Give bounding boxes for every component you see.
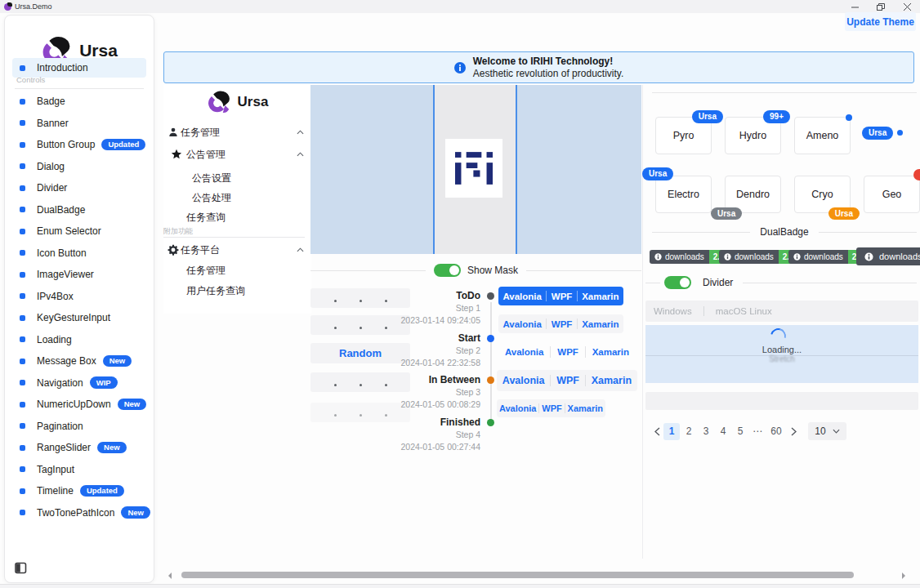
sidebar-item-keygestureinput[interactable]: KeyGestureInput: [12, 308, 146, 327]
scroll-left-icon[interactable]: [165, 572, 172, 579]
page-1[interactable]: 1: [663, 423, 680, 440]
standalone-ursa-badge: Ursa: [862, 127, 893, 140]
dualbadge-divider: DualBadge: [652, 226, 917, 238]
sidebar-collapse-button[interactable]: [15, 562, 27, 574]
status-badge: WIP: [90, 376, 118, 389]
menu-item-task-platform[interactable]: 任务平台: [163, 240, 311, 260]
sidebar-item-taginput[interactable]: TagInput: [12, 460, 146, 479]
scroll-right-icon[interactable]: [902, 572, 909, 579]
sidebar-item-twotonepathicon[interactable]: TwoTonePathIconNew: [12, 503, 146, 523]
wpf-button[interactable]: WPF: [552, 319, 573, 329]
bullet-icon: [20, 142, 25, 148]
sidebar-item-rangeslider[interactable]: RangeSliderNew: [12, 438, 146, 457]
minimize-button[interactable]: [842, 0, 868, 13]
sidebar-item-banner[interactable]: Banner: [12, 114, 146, 133]
window-bottom-edge: [0, 584, 920, 588]
status-badge: Updated: [101, 139, 145, 151]
avalonia-button[interactable]: Avalonia: [505, 347, 544, 357]
timeline-entry: Start Step 2 2024-01-04 22:32:58: [377, 332, 480, 368]
sidebar-item-dualbadge[interactable]: DualBadge: [12, 200, 146, 220]
count-badge: 99+: [763, 110, 790, 123]
menu-item-announcement-processing[interactable]: 公告处理: [192, 188, 231, 207]
badge-card-dendro: Dendro Ursa: [725, 176, 781, 213]
timeline-entry: Finished Step 4 2024-01-05 00:27:44: [377, 416, 480, 452]
sidebar-item-badge[interactable]: Badge: [12, 91, 146, 111]
xamarin-button[interactable]: Xamarin: [592, 347, 629, 357]
masked-content-text: Stretch: [645, 354, 918, 363]
viewer-guide-line: [516, 85, 517, 254]
menu-item-task-management-child[interactable]: 任务管理: [186, 261, 226, 280]
sidebar-item-imageviewer[interactable]: ImageViewer: [12, 265, 146, 284]
status-badge: New: [121, 506, 150, 519]
status-badge: Updated: [80, 485, 124, 497]
scrollbar-thumb[interactable]: [181, 572, 854, 578]
page-2[interactable]: 2: [681, 423, 697, 440]
avalonia-button[interactable]: Avalonia: [502, 292, 542, 301]
dualbadge-header: DualBadge: [760, 226, 808, 238]
wpf-button[interactable]: WPF: [556, 375, 579, 386]
divider-demo-row: Divider: [645, 276, 917, 289]
xamarin-button[interactable]: Xamarin: [568, 403, 603, 413]
avalonia-button[interactable]: Avalonia: [499, 403, 536, 413]
divider-toggle[interactable]: [664, 276, 691, 289]
page-3[interactable]: 3: [698, 423, 714, 440]
show-mask-toggle[interactable]: [434, 264, 461, 277]
sidebar-item-numericupdown[interactable]: NumericUpDownNew: [12, 394, 146, 414]
page-more[interactable]: ⋯: [749, 423, 766, 440]
sidebar-item-message-box[interactable]: Message BoxNew: [12, 351, 146, 371]
sidebar-item-pagination[interactable]: Pagination: [12, 416, 146, 436]
sidebar-item-ipv4box[interactable]: IPv4Box: [12, 287, 146, 306]
xamarin-button[interactable]: Xamarin: [582, 319, 619, 329]
page-5[interactable]: 5: [732, 423, 748, 440]
content-placeholder-bar: [645, 392, 918, 410]
menu-item-announcement-settings[interactable]: 公告设置: [192, 168, 231, 188]
close-button[interactable]: [894, 0, 920, 13]
image-viewer[interactable]: [310, 85, 641, 254]
page-4[interactable]: 4: [715, 423, 731, 440]
update-theme-button[interactable]: Update Theme: [845, 12, 916, 31]
demo-navigation-menu: Ursa 任务管理 公告管理 公告设置 公告处理 任务查询 附加功能 任务平台 …: [163, 85, 311, 314]
xamarin-button[interactable]: Xamarin: [582, 292, 619, 301]
avalonia-button[interactable]: Avalonia: [502, 375, 545, 386]
xamarin-button[interactable]: Xamarin: [592, 375, 632, 386]
horizontal-scrollbar[interactable]: [163, 570, 920, 581]
page-size-select[interactable]: 10: [808, 422, 846, 440]
page-prev-button[interactable]: [650, 423, 663, 440]
menu-item-task-management[interactable]: 任务管理: [163, 122, 311, 142]
menu-item-user-task-query[interactable]: 用户任务查询: [186, 281, 245, 301]
button-group-light: Avalonia WPF Xamarin: [498, 314, 623, 333]
bullet-icon: [20, 229, 25, 234]
avalonia-button[interactable]: Avalonia: [502, 319, 542, 329]
bullet-icon: [20, 380, 25, 385]
sidebar-item-dialog[interactable]: Dialog: [12, 157, 146, 176]
menu-item-announcement-management[interactable]: 公告管理: [163, 145, 311, 164]
wpf-button[interactable]: WPF: [542, 403, 561, 413]
chevron-down-icon: [833, 429, 840, 434]
viewer-mask-right: [517, 85, 641, 254]
sidebar-item-enum-selector[interactable]: Enum Selector: [12, 221, 146, 241]
badge-card-geo: Geo: [864, 176, 920, 213]
sidebar-item-loading[interactable]: Loading: [12, 330, 146, 350]
info-icon: [654, 253, 662, 261]
page-60[interactable]: 60: [766, 423, 786, 440]
sidebar-item-navigation[interactable]: NavigationWIP: [12, 373, 146, 393]
maximize-button[interactable]: [868, 0, 894, 13]
sidebar-item-timeline[interactable]: TimelineUpdated: [12, 481, 146, 501]
page-next-button[interactable]: [787, 423, 800, 440]
bullet-icon: [20, 272, 25, 278]
button-group-borderless: Avalonia WPF Xamarin: [498, 342, 636, 362]
sidebar-item-divider[interactable]: Divider: [12, 178, 146, 198]
panel-scrollbar[interactable]: [642, 85, 643, 559]
loading-spinner-icon: [768, 326, 789, 347]
bullet-icon: [20, 423, 25, 429]
user-icon: [167, 127, 179, 138]
wpf-button[interactable]: WPF: [552, 292, 573, 301]
sidebar-item-icon-button[interactable]: Icon Button: [12, 243, 146, 263]
sidebar-item-button-group[interactable]: Button GroupUpdated: [12, 135, 146, 154]
wpf-button[interactable]: WPF: [557, 347, 578, 357]
timeline-dot: [487, 335, 494, 342]
banner-subtitle: Aesthetic revolution of productivity.: [473, 68, 624, 80]
status-badge: New: [118, 399, 147, 411]
menu-item-task-query[interactable]: 任务查询: [186, 207, 226, 227]
bullet-icon: [20, 510, 25, 515]
